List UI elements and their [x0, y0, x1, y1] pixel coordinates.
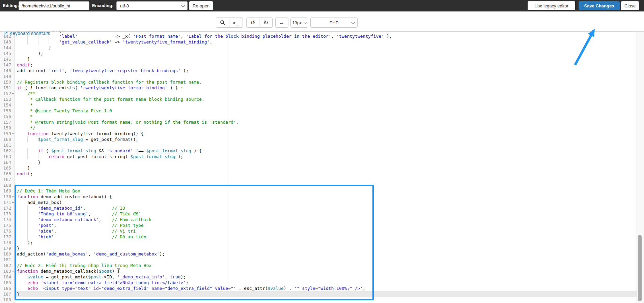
font-size-select[interactable]: 13px [290, 18, 308, 28]
terminal-button[interactable]: >_ [229, 18, 243, 28]
code-line-185[interactable]: echo '<label for="demo_extra_field">Nhập… [15, 280, 637, 285]
legacy-editor-button[interactable]: Use legacy editor [528, 1, 575, 10]
gutter-line[interactable]: 171▾ [0, 200, 15, 205]
code-line-163[interactable]: return get_post_format_string( $post_for… [15, 154, 637, 159]
code-line-142[interactable]: 'label' => _x( 'Post format name', 'Labe… [15, 33, 637, 39]
gutter-line[interactable]: 178 [0, 240, 15, 245]
code-line-165[interactable]: } [15, 165, 637, 171]
gutter-line[interactable]: 180 [0, 251, 15, 257]
code-line-167[interactable] [15, 177, 637, 182]
gutter-line[interactable]: 143 [0, 39, 15, 45]
fold-arrow-icon[interactable]: ▾ [11, 149, 15, 153]
code-line-168[interactable] [15, 182, 637, 188]
code-line-161[interactable] [15, 142, 637, 148]
gutter-line[interactable]: 172 [0, 205, 15, 211]
code-line-149[interactable] [15, 73, 637, 79]
code-line-164[interactable]: } [15, 159, 637, 165]
gutter-line[interactable]: 165 [0, 165, 15, 171]
wrap-toggle-button[interactable]: ↔ [275, 18, 288, 28]
code-line-181[interactable] [15, 257, 637, 263]
code-line-148[interactable]: add_action( 'init', 'twentytwentyfive_re… [15, 68, 637, 73]
code-line-147[interactable]: endif; [15, 62, 637, 68]
code-line-182[interactable]: // Bước 2: Hiển thị trường nhập liệu tro… [15, 263, 637, 268]
code-line-174[interactable]: 'demo_metabox_callback', // Hàm callback [15, 217, 637, 222]
code-line-175[interactable]: 'post', // Post type [15, 222, 637, 228]
gutter-line[interactable]: 158 [0, 125, 15, 131]
scrollbar-thumb[interactable] [638, 235, 642, 301]
gutter-line[interactable]: 169 [0, 188, 15, 194]
gutter-line[interactable]: 154 [0, 102, 15, 108]
gutter-line[interactable]: 160 [0, 137, 15, 142]
close-button[interactable]: Close [621, 1, 639, 10]
code-line-188[interactable] [15, 297, 637, 303]
fold-arrow-icon[interactable]: ▾ [11, 195, 15, 199]
code-line-162[interactable]: if ( $post_format_slug && 'standard' !==… [15, 148, 637, 154]
code-line-150[interactable]: // Registers block binding callback func… [15, 79, 637, 85]
fold-arrow-icon[interactable]: ▾ [11, 132, 15, 135]
gutter-line[interactable]: 153 [0, 96, 15, 102]
code-line-173[interactable]: 'Thông tin bổ sung', // Tiêu đề [15, 211, 637, 217]
gutter-line[interactable]: 181 [0, 257, 15, 263]
gutter-line[interactable]: 175 [0, 222, 15, 228]
gutter-line[interactable]: 164 [0, 159, 15, 165]
vertical-scrollbar[interactable] [637, 32, 644, 303]
gutter-line[interactable]: 183▾ [0, 268, 15, 274]
gutter-line[interactable]: 150 [0, 79, 15, 85]
code-line-172[interactable]: 'demo_metabox_id', // ID [15, 205, 637, 211]
gutter-line[interactable]: 145 [0, 51, 15, 56]
gutter-line[interactable]: 167 [0, 177, 15, 182]
gutter-line[interactable]: 147 [0, 62, 15, 68]
gutter-line[interactable]: 182 [0, 263, 15, 268]
code-line-155[interactable]: * @since Twenty Twenty-Five 1.0 [15, 108, 637, 114]
gutter-line[interactable]: 163 [0, 154, 15, 159]
gutter-line[interactable]: 152▾ [0, 91, 15, 96]
gutter-line[interactable]: 149 [0, 73, 15, 79]
gutter-line[interactable]: 170▾ [0, 194, 15, 200]
gutter-line[interactable]: 173 [0, 211, 15, 217]
gutter-line[interactable]: 184 [0, 274, 15, 280]
code-line-145[interactable]: ); [15, 51, 637, 56]
code-line-159[interactable]: function twentytwentyfive_format_binding… [15, 131, 637, 137]
code-line-151[interactable]: if ( ! function_exists( 'twentytwentyfiv… [15, 85, 637, 91]
gutter-line[interactable]: 179 [0, 245, 15, 251]
code-line-187[interactable]: } [15, 291, 637, 297]
code-line-157[interactable]: * @return string|void Post format name, … [15, 119, 637, 125]
gutter-line[interactable]: 162▾ [0, 148, 15, 154]
gutter-line[interactable]: 148 [0, 68, 15, 73]
code-line-160[interactable]: $post_format_slug = get_post_format(); [15, 137, 637, 142]
fold-arrow-icon[interactable]: ▾ [11, 201, 15, 204]
file-path-input[interactable] [19, 1, 89, 10]
code-line-154[interactable]: * [15, 102, 637, 108]
gutter-line[interactable]: 146 [0, 56, 15, 62]
search-button[interactable] [216, 18, 229, 28]
gutter-line[interactable]: 186 [0, 285, 15, 291]
code-line-186[interactable]: echo '<input type="text" id="demo_extra_… [15, 285, 637, 291]
code-line-153[interactable]: * Callback function for the post format … [15, 96, 637, 102]
code-line-152[interactable]: /** [15, 91, 637, 96]
code-line-184[interactable]: $value = get_post_meta($post->ID, '_demo… [15, 274, 637, 280]
code-line-178[interactable]: ); [15, 240, 637, 245]
fold-arrow-icon[interactable]: ▾ [11, 270, 15, 273]
code-editor[interactable]: 141142143144145146147148149150151152▾153… [0, 32, 644, 303]
code-line-146[interactable]: } [15, 56, 637, 62]
code-line-179[interactable]: } [15, 245, 637, 251]
gutter-line[interactable]: 157 [0, 119, 15, 125]
save-changes-button[interactable]: Save Changes [579, 1, 620, 10]
redo-button[interactable]: ↻ [259, 18, 273, 28]
fold-arrow-icon[interactable]: ▾ [11, 92, 15, 95]
gutter-line[interactable]: 151 [0, 85, 15, 91]
gutter-line[interactable]: 174 [0, 217, 15, 222]
gutter-line[interactable]: 161 [0, 142, 15, 148]
gutter-line[interactable]: 188 [0, 297, 15, 303]
code-line-166[interactable]: endif; [15, 171, 637, 177]
undo-button[interactable]: ↺ [246, 18, 259, 28]
gutter-line[interactable]: 156 [0, 114, 15, 119]
code-area[interactable]: array( 'label' => _x( 'Post format name'… [15, 32, 637, 303]
reopen-button[interactable]: Re-open [189, 1, 213, 10]
gutter-line[interactable]: 168 [0, 182, 15, 188]
code-line-180[interactable]: add_action('add_meta_boxes', 'demo_add_c… [15, 251, 637, 257]
gutter-line[interactable]: 144 [0, 45, 15, 51]
code-line-183[interactable]: function demo_metabox_callback($post) { [15, 268, 637, 274]
gutter-line[interactable]: 187 [0, 291, 15, 297]
gutter-line[interactable]: 176 [0, 228, 15, 234]
